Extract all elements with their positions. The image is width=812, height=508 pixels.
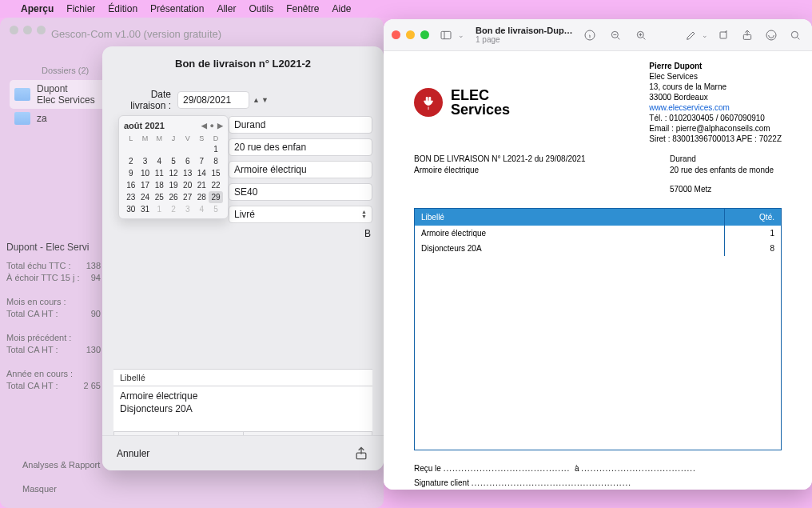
minimize-icon[interactable] <box>406 30 415 39</box>
dialog-title: Bon de livraison n° L2021-2 <box>102 46 384 78</box>
search-icon[interactable] <box>786 26 804 44</box>
chevron-down-icon[interactable]: ⌄ <box>458 31 464 39</box>
menu-presentation[interactable]: Présentation <box>150 3 204 14</box>
etat-select[interactable]: Livré ▲▼ <box>229 206 372 223</box>
app-name[interactable]: Aperçu <box>21 3 54 14</box>
client-addr: 20 rue des enfants de monde <box>670 165 782 176</box>
th-qte: Qté. <box>725 209 781 226</box>
items-table: Libellé Qté. Armoire électrique 1 Disjon… <box>414 208 782 450</box>
pdf-page-view[interactable]: ELEC Services Pierre Dupont Elec Service… <box>384 51 812 490</box>
svg-point-8 <box>791 31 798 38</box>
doc-number: BON DE LIVRAISON N° L2021-2 du 29/08/202… <box>414 154 586 165</box>
preview-title: Bon de livraison-Dup… <box>476 26 573 35</box>
selected-dossier-heading: Dupont - Elec Servi <box>6 242 101 253</box>
items-list[interactable]: Armoire électrique Disjoncteurs 20A <box>113 386 372 431</box>
markup-icon[interactable] <box>683 26 700 44</box>
table-row: Armoire électrique 1 <box>415 226 781 241</box>
menu-outils[interactable]: Outils <box>249 3 273 14</box>
share-icon[interactable] <box>353 446 369 462</box>
share-icon[interactable] <box>738 26 756 44</box>
info-icon[interactable] <box>581 26 599 44</box>
menu-edition[interactable]: Édition <box>108 3 137 14</box>
calendar-grid[interactable]: LMMJVSD 1 2345678 9101112131415 16171819… <box>124 134 223 215</box>
signature-block: Reçu le ................................… <box>414 462 782 490</box>
cal-prev-icon[interactable]: ◀ <box>201 122 207 130</box>
analyses-link[interactable]: Analyses & Rapport <box>22 460 100 470</box>
cal-next-icon[interactable]: ▶ <box>217 122 223 130</box>
company-logo: ELEC Services <box>414 61 510 144</box>
chevron-down-icon[interactable]: ⌄ <box>702 31 708 39</box>
close-icon[interactable] <box>392 30 400 39</box>
company-block: Pierre Dupont Elec Services 13, cours de… <box>649 61 782 144</box>
zoom-out-icon[interactable] <box>607 26 624 44</box>
list-item[interactable]: Armoire électrique <box>120 390 366 402</box>
preview-toolbar: ⌄ Bon de livraison-Dup… 1 page ⌄ <box>384 19 812 51</box>
cal-today-icon[interactable]: ● <box>210 122 214 130</box>
preview-pagecount: 1 page <box>476 35 573 45</box>
zoom-icon[interactable] <box>420 30 429 39</box>
folder-icon <box>14 112 30 125</box>
date-field[interactable]: 29/08/2021 <box>177 91 249 109</box>
client-field[interactable]: Durand <box>229 116 372 134</box>
masquer-link[interactable]: Masquer <box>22 484 100 494</box>
cancel-button[interactable]: Annuler <box>117 448 149 459</box>
svg-rect-1 <box>441 31 451 38</box>
chevron-updown-icon: ▲▼ <box>361 210 367 219</box>
delivery-dialog: Bon de livraison n° L2021-2 Date livrais… <box>102 46 384 470</box>
client-city: 57000 Metz <box>670 184 782 195</box>
menubar: Aperçu Fichier Édition Présentation Alle… <box>0 0 812 18</box>
calendar-month: août 2021 <box>124 121 165 130</box>
svg-rect-5 <box>720 32 726 38</box>
list-item[interactable]: Disjoncteurs 20A <box>120 402 366 415</box>
date-stepper[interactable]: ▲▼ <box>253 96 269 104</box>
calendar-popover[interactable]: août 2021 ◀ ● ▶ LMMJVSD 1 2345678 910111… <box>118 115 229 219</box>
menu-aller[interactable]: Aller <box>217 3 236 14</box>
preview-window: ⌄ Bon de livraison-Dup… 1 page ⌄ E <box>384 19 812 490</box>
sidebar-toggle-button[interactable] <box>437 26 455 44</box>
reference-field[interactable]: SE40 <box>229 183 372 201</box>
menu-fichier[interactable]: Fichier <box>66 3 95 14</box>
menu-aide[interactable]: Aide <box>332 3 352 14</box>
window-controls[interactable] <box>392 30 429 39</box>
client-name: Durand <box>670 154 782 165</box>
th-libelle: Libellé <box>415 209 725 226</box>
svg-point-7 <box>766 30 776 40</box>
menu-fenetre[interactable]: Fenêtre <box>286 3 319 14</box>
doc-subject: Armoire électrique <box>414 165 586 176</box>
folder-icon <box>14 88 30 101</box>
libelle-field[interactable]: Armoire électriqu <box>229 161 372 178</box>
table-row: Disjoncteurs 20A 8 <box>415 241 781 256</box>
date-label: Date livraison : <box>113 89 177 111</box>
b-label: B <box>113 228 372 239</box>
zoom-in-icon[interactable] <box>632 26 650 44</box>
logo-text: ELEC Services <box>451 88 510 117</box>
background-window-title: Gescon-Com v1.00 (version gratuite) <box>51 28 374 40</box>
items-list-header: Libellé <box>113 369 372 386</box>
highlight-icon[interactable] <box>762 26 780 44</box>
plug-icon <box>414 88 443 117</box>
address-field[interactable]: 20 rue des enfan <box>229 138 372 156</box>
rotate-icon[interactable] <box>714 26 732 44</box>
